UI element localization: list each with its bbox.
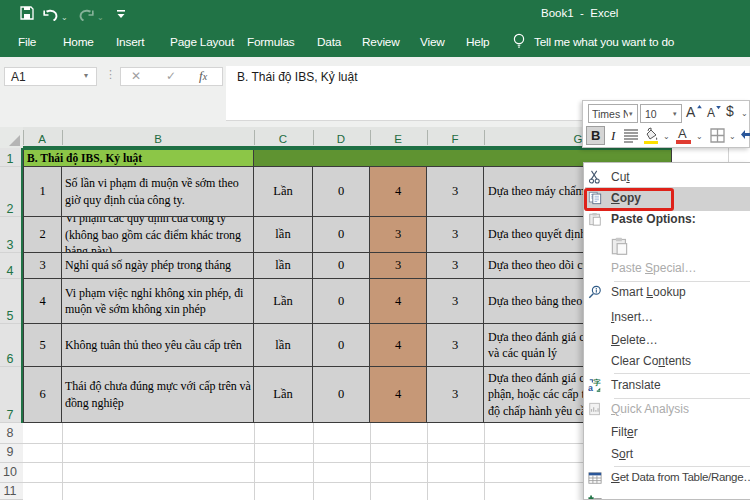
- svg-text:字: 字: [593, 378, 601, 387]
- svg-text:a: a: [588, 383, 593, 392]
